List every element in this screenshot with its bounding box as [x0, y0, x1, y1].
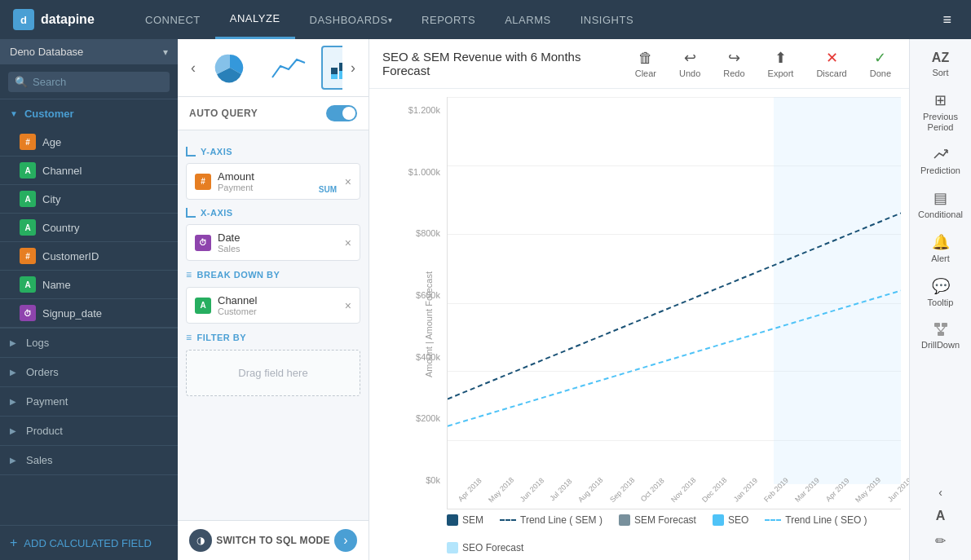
svg-line-22 [941, 327, 945, 332]
field-channel-label: Channel [42, 165, 82, 177]
sidebar-group-logs[interactable]: ▶ Logs [0, 329, 178, 358]
auto-query-bar: AUTO QUERY [178, 97, 369, 130]
chart-title: SEO & SEM Revenue with 6 Months Forecast [382, 50, 630, 77]
add-calculated-field[interactable]: + ADD CALCULATED FIELD [0, 525, 178, 560]
redo-icon: ↪ [728, 49, 740, 67]
chart-type-bar[interactable] [321, 46, 342, 90]
auto-query-label: AUTO QUERY [189, 108, 258, 119]
nav-insights[interactable]: INSIGHTS [566, 0, 648, 39]
drilldown-button[interactable]: DrillDown [916, 316, 965, 355]
redo-button[interactable]: ↪ Redo [718, 46, 749, 82]
product-label: Product [26, 425, 63, 437]
nav-dashboards[interactable]: DASHBOARDS [295, 0, 408, 39]
chart-plot: Apr 2018 May 2018 Jun 2018 Jul 2018 Aug … [447, 97, 901, 509]
y-tick-800: $800k [416, 228, 440, 238]
y-tick-0: $0k [426, 475, 440, 485]
trash-icon: 🗑 [638, 50, 653, 67]
nav-connect[interactable]: CONNECT [130, 0, 215, 39]
y-axis-label: Amount | Amount Forecast [424, 271, 434, 377]
legend-sem-forecast-label: SEM Forecast [634, 514, 696, 526]
svg-line-21 [937, 327, 941, 332]
sidebar-item-name[interactable]: A Name [0, 271, 178, 299]
sidebar-item-age[interactable]: # Age [0, 128, 178, 157]
sidebar-item-customerid[interactable]: # CustomerID [0, 242, 178, 271]
sidebar-group-payment[interactable]: ▶ Payment [0, 387, 178, 417]
svg-rect-2 [331, 74, 338, 79]
y-field-remove[interactable]: × [345, 175, 351, 188]
breakdown-field-remove[interactable]: × [345, 299, 351, 312]
prediction-label: Prediction [920, 165, 960, 176]
y-field-sum-badge: SUM [319, 185, 337, 194]
prediction-icon [933, 147, 949, 163]
undo-button[interactable]: ↩ Undo [674, 46, 705, 82]
main-layout: Deno Database ▾ 🔍 ▼ Customer # Age [0, 39, 971, 560]
done-label: Done [870, 68, 891, 78]
previous-period-button[interactable]: ⊞ Previous Period [916, 86, 965, 138]
legend-seo-forecast-label: SEO Forecast [462, 542, 523, 553]
theme-toggle[interactable]: ◑ [189, 529, 212, 552]
export-button[interactable]: ⬆ Export [763, 46, 799, 82]
y-tick-1200: $1.200k [408, 105, 440, 115]
auto-query-toggle[interactable] [326, 105, 357, 121]
bars-container [448, 97, 901, 484]
x-field-remove[interactable]: × [345, 236, 351, 249]
conditional-button[interactable]: ▤ Conditional [916, 184, 965, 225]
logo: d datapine [13, 9, 111, 30]
nav-analyze[interactable]: ANALYZE [215, 0, 295, 39]
chart-area: SEO & SEM Revenue with 6 Months Forecast… [369, 39, 909, 560]
export-icon: ⬆ [775, 49, 787, 67]
tooltip-label: Tooltip [928, 298, 954, 308]
sidebar-group-orders[interactable]: ▶ Orders [0, 358, 178, 387]
a-badge-channel: A [20, 162, 36, 179]
filter-label: FILTER BY [197, 333, 247, 342]
a-badge-country: A [20, 219, 36, 236]
right-collapse-btn[interactable]: ‹ [916, 481, 965, 504]
sidebar-item-signupdate[interactable]: ⏱ Signup_date [0, 299, 178, 328]
done-button[interactable]: ✓ Done [865, 46, 896, 82]
nav-alarms[interactable]: ALARMS [490, 0, 565, 39]
breakdown-field-name: Channel [218, 294, 257, 306]
drag-field-area[interactable]: Drag field here [186, 350, 360, 396]
right-pen-btn[interactable]: ✏ [916, 528, 965, 553]
sidebar-group-customer-header[interactable]: ▼ Customer [0, 99, 178, 128]
chart-next-btn[interactable]: › [347, 56, 359, 80]
chart-prev-btn[interactable]: ‹ [188, 56, 199, 80]
export-label: Export [768, 68, 794, 78]
sidebar-item-channel[interactable]: A Channel [0, 157, 178, 185]
clear-button[interactable]: 🗑 Clear [630, 46, 661, 82]
nav-reports[interactable]: REPORTS [407, 0, 490, 39]
sidebar-search-container: 🔍 [0, 65, 178, 99]
sidebar-group-sales[interactable]: ▶ Sales [0, 446, 178, 475]
chart-inner: $1.200k $1.000k $800k $600k $400k $200k … [402, 97, 901, 509]
y-axis-icon [186, 147, 196, 157]
sidebar-item-country[interactable]: A Country [0, 214, 178, 242]
db-name: Deno Database [10, 46, 83, 58]
switch-sql-arrow[interactable]: › [334, 529, 357, 552]
search-icon: 🔍 [15, 76, 28, 88]
discard-button[interactable]: ✕ Discard [811, 46, 851, 82]
chart-type-pie[interactable] [204, 46, 256, 90]
legend-seo-forecast: SEO Forecast [447, 542, 523, 553]
tooltip-button[interactable]: 💬 Tooltip [916, 272, 965, 313]
alert-button[interactable]: 🔔 Alert [916, 228, 965, 269]
sales-label: Sales [26, 454, 53, 466]
db-dropdown-arrow: ▾ [163, 46, 168, 58]
legend-trend-sem-line [500, 519, 516, 521]
db-selector[interactable]: Deno Database ▾ [0, 39, 178, 65]
legend-seo-color [713, 514, 724, 526]
right-a-btn[interactable]: A [916, 504, 965, 528]
prediction-button[interactable]: Prediction [916, 142, 965, 181]
chart-type-line[interactable] [263, 46, 315, 90]
sidebar-group-product[interactable]: ▶ Product [0, 417, 178, 446]
search-input[interactable] [33, 76, 163, 88]
logs-label: Logs [26, 337, 49, 349]
redo-label: Redo [723, 68, 744, 78]
hamburger-menu[interactable]: ≡ [936, 11, 958, 29]
breakdown-field-card: A Channel Customer × [186, 287, 360, 324]
switch-sql-text: SWITCH TO SQL MODE [216, 535, 330, 546]
sidebar-item-city[interactable]: A City [0, 185, 178, 214]
legend-seo: SEO [713, 514, 748, 526]
sort-button[interactable]: AZ Sort [916, 46, 965, 83]
svg-rect-4 [339, 71, 342, 79]
hash-badge-customerid: # [20, 248, 36, 264]
